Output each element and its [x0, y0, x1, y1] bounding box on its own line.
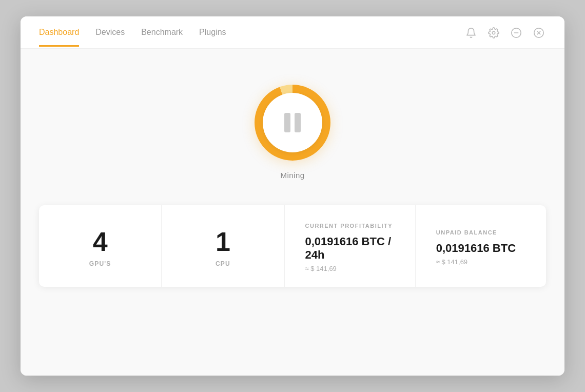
- pause-icon: [284, 113, 301, 132]
- settings-icon[interactable]: [486, 26, 501, 40]
- svg-point-0: [492, 31, 495, 34]
- navbar: Dashboard Devices Benchmark Plugins: [21, 16, 564, 49]
- balance-approx: ≈ $ 141,69: [436, 258, 467, 266]
- stat-card-gpus: 4 GPU'S: [39, 205, 162, 287]
- tab-devices[interactable]: Devices: [95, 28, 125, 47]
- nav-icons: [464, 26, 546, 48]
- profitability-approx: ≈ $ 141,69: [305, 265, 337, 272]
- tab-benchmark[interactable]: Benchmark: [141, 28, 183, 47]
- cpu-count: 1: [216, 228, 230, 255]
- balance-title: UNPAID BALANCE: [436, 229, 497, 236]
- mining-toggle-button[interactable]: [255, 85, 330, 161]
- profitability-title: CURRENT PROFITABILITY: [305, 223, 393, 229]
- stats-row: 4 GPU'S 1 CPU CURRENT PROFITABILITY 0,01…: [39, 205, 546, 287]
- nav-tabs: Dashboard Devices Benchmark Plugins: [39, 28, 226, 47]
- stat-card-profitability: CURRENT PROFITABILITY 0,0191616 BTC / 24…: [285, 205, 416, 287]
- gpu-label: GPU'S: [89, 260, 111, 267]
- tab-dashboard[interactable]: Dashboard: [39, 28, 79, 47]
- app-window: Dashboard Devices Benchmark Plugins: [21, 16, 564, 376]
- mining-button-inner: [263, 93, 322, 152]
- tab-plugins[interactable]: Plugins: [199, 28, 226, 47]
- notification-icon[interactable]: [464, 26, 478, 40]
- minimize-icon[interactable]: [509, 26, 523, 40]
- close-icon[interactable]: [532, 26, 546, 40]
- cpu-label: CPU: [216, 260, 230, 267]
- profitability-value: 0,0191616 BTC / 24h: [305, 235, 403, 262]
- stat-card-cpu: 1 CPU: [162, 205, 284, 287]
- balance-value: 0,0191616 BTC: [436, 242, 516, 255]
- main-content: Mining 4 GPU'S 1 CPU CURRENT PROFITABILI…: [21, 49, 564, 376]
- pause-bar-left: [284, 113, 290, 132]
- mining-section: Mining: [255, 85, 330, 180]
- mining-status-label: Mining: [280, 171, 304, 180]
- pause-bar-right: [295, 113, 301, 132]
- stat-card-balance: UNPAID BALANCE 0,0191616 BTC ≈ $ 141,69: [416, 205, 546, 287]
- gpu-count: 4: [93, 228, 108, 255]
